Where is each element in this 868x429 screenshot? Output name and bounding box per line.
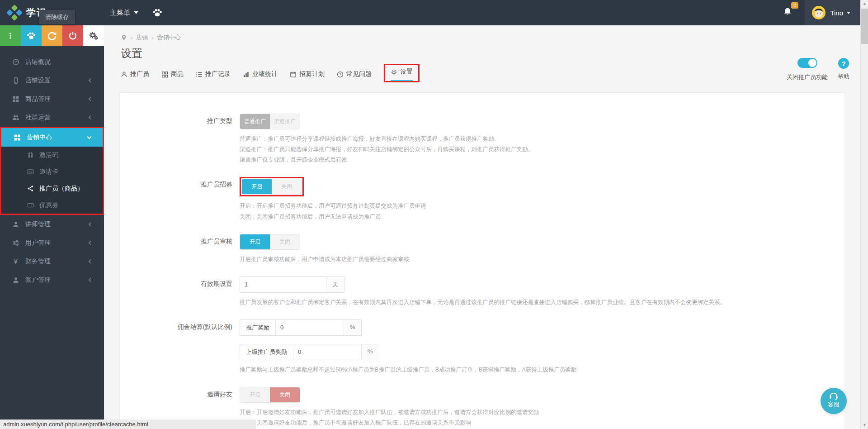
breadcrumb-item-shop[interactable]: 店铺 — [136, 33, 148, 42]
chevron-left-icon — [89, 97, 93, 101]
recruit-off-button[interactable]: 关闭 — [272, 179, 302, 194]
notification-badge: 0 — [791, 2, 798, 9]
scroll-up-icon[interactable]: ▲ — [861, 0, 868, 8]
tab-label: 常见问题 — [346, 70, 372, 78]
main-content: › 店铺 › 营销中心 关闭推广员功能 ? 帮助 设置 推广员 商品 推广记录 — [104, 25, 860, 429]
tab-promoter[interactable]: 推广员 — [121, 70, 149, 82]
promo-reward-input[interactable] — [276, 320, 344, 335]
main-menu-label: 主菜单 — [110, 9, 130, 17]
parent-reward-input[interactable] — [293, 344, 361, 360]
stats-icon — [243, 71, 250, 78]
tab-label: 推广记录 — [205, 70, 231, 78]
form-row-validity: 有效期设置 天 推广员发展的客户会和推广员绑定客户关系，在有效期内其再次进入店铺… — [120, 276, 844, 308]
shop-icon — [12, 77, 19, 84]
gauge-icon — [12, 58, 19, 66]
audit-off-button[interactable]: 关闭 — [270, 234, 300, 249]
sidebar-item-label: 财务管理 — [25, 257, 51, 266]
validity-input[interactable] — [240, 277, 326, 292]
sidebar-item-community[interactable]: 社群运营 — [0, 108, 104, 127]
sidebar-item-label: 商品管理 — [25, 95, 51, 103]
chevron-left-icon — [89, 241, 93, 245]
audit-toggle-group: 开启 关闭 — [240, 234, 300, 250]
sidebar-item-shop-overview[interactable]: 店铺概况 — [0, 52, 104, 71]
paw-icon[interactable] — [152, 7, 163, 18]
recruit-toggle-group: 开启 关闭 — [241, 179, 302, 195]
person-icon — [12, 276, 19, 284]
submenu-item-activation-code[interactable]: 激活码 — [1, 147, 103, 163]
refresh-button[interactable] — [42, 25, 62, 46]
notifications-button[interactable]: 0 — [783, 7, 792, 19]
gear-icon — [391, 69, 397, 76]
question-icon: ? — [337, 71, 344, 78]
submenu-item-invite-card[interactable]: 邀请卡 — [1, 163, 103, 180]
sidebar-item-label: 讲师管理 — [25, 220, 51, 229]
recruit-on-button[interactable]: 开启 — [242, 179, 272, 194]
grid-icon — [161, 71, 168, 78]
gift-icon — [27, 152, 34, 158]
svg-text:?: ? — [339, 72, 341, 76]
breadcrumb-item-marketing[interactable]: 营销中心 — [157, 33, 181, 42]
audit-on-button[interactable]: 开启 — [240, 234, 270, 249]
tab-performance-stats[interactable]: 业绩统计 — [243, 70, 278, 82]
user-menu[interactable]: Tino — [805, 0, 860, 25]
gears-icon — [89, 31, 99, 41]
toggle-label: 关闭推广员功能 — [787, 73, 828, 81]
breadcrumb: › 店铺 › 营销中心 — [104, 25, 860, 42]
tab-goods[interactable]: 商品 — [161, 70, 184, 82]
scroll-down-icon[interactable]: ▼ — [861, 421, 868, 429]
tab-label: 招募计划 — [299, 70, 325, 78]
settings-quick-button[interactable] — [83, 25, 104, 46]
promo-type-channel-button[interactable]: 渠道推广 — [270, 114, 300, 129]
logout-button[interactable] — [62, 25, 83, 46]
customer-service-button[interactable]: 客服 — [821, 388, 847, 414]
promoter-feature-toggle[interactable]: 关闭推广员功能 — [787, 58, 828, 81]
sidebar-item-goods[interactable]: 商品管理 — [0, 90, 104, 108]
field-description: 开启：开启推广员招募功能后，用户可通过招募计划页提交成为推广员申请 关闭：关闭推… — [240, 201, 844, 222]
sidebar-item-finance[interactable]: ¥ 财务管理 — [0, 252, 104, 271]
chevron-down-icon — [134, 11, 138, 14]
brand-logo-icon — [6, 5, 23, 21]
field-description: 推广员发展的客户会和推广员绑定客户关系，在有效期内其再次进入店铺下单，无论是再通… — [240, 297, 844, 308]
vertical-scrollbar[interactable]: ▲ ▼ — [860, 0, 868, 429]
customer-service-label: 客服 — [821, 400, 847, 409]
power-icon — [68, 31, 77, 40]
tab-settings[interactable]: 设置 — [391, 68, 413, 81]
shop-preview-button[interactable] — [21, 25, 42, 46]
chevron-left-icon — [89, 222, 93, 227]
sidebar-item-lecturer[interactable]: 讲师管理 — [0, 215, 104, 234]
tabs-bar: 推广员 商品 推广记录 业绩统计 招募计划 ? 常见问题 设置 — [121, 68, 860, 82]
grid-icon — [14, 134, 21, 141]
tab-faq[interactable]: ? 常见问题 — [337, 70, 372, 82]
invite-off-button[interactable]: 关闭 — [270, 387, 300, 402]
sidebar-item-label: 营销中心 — [27, 133, 52, 142]
tab-recruit-plan[interactable]: 招募计划 — [290, 70, 325, 82]
sidebar-item-label: 用户管理 — [25, 239, 51, 247]
parent-reward-group: 上级推广员奖励 % — [240, 344, 379, 360]
share-icon — [27, 185, 34, 192]
scrollbar-thumb[interactable] — [861, 9, 868, 44]
submenu-item-coupon[interactable]: 优惠券 — [1, 197, 103, 214]
submenu-item-label: 邀请卡 — [39, 168, 58, 176]
help-button[interactable]: ? 帮助 — [838, 58, 849, 81]
promo-reward-addon: 推广奖励 — [240, 320, 276, 335]
header-actions: 关闭推广员功能 ? 帮助 — [787, 58, 849, 81]
promo-type-normal-button[interactable]: 普通推广 — [240, 114, 270, 129]
main-menu-dropdown[interactable]: 主菜单 — [110, 0, 138, 25]
invite-on-button[interactable]: 开启 — [240, 387, 270, 402]
menu-toggle-button[interactable] — [0, 25, 21, 46]
pin-icon — [121, 34, 127, 41]
tab-promo-records[interactable]: 推广记录 — [196, 70, 231, 82]
percent-suffix: % — [344, 320, 361, 335]
promo-type-group: 普通推广 渠道推广 — [240, 114, 300, 129]
sidebar-item-account[interactable]: 账户管理 — [0, 271, 104, 289]
sidebar-item-user-management[interactable]: 用户管理 — [0, 234, 104, 252]
chevron-down-icon — [87, 135, 92, 139]
chevron-down-icon — [847, 12, 850, 14]
submenu-item-promoter-goods[interactable]: 推广员（商品） — [1, 180, 103, 197]
toggle-on-icon[interactable] — [797, 58, 817, 68]
sidebar-item-marketing-center[interactable]: 营销中心 — [1, 128, 103, 147]
form-row-recruit: 推广员招募 开启 关闭 开启：开启推广员招募功能后，用户可通过招募计划页提交成为… — [120, 177, 844, 222]
field-label: 有效期设置 — [120, 276, 240, 308]
tab-label: 商品 — [171, 70, 184, 78]
sidebar-item-shop-settings[interactable]: 店铺设置 — [0, 71, 104, 90]
